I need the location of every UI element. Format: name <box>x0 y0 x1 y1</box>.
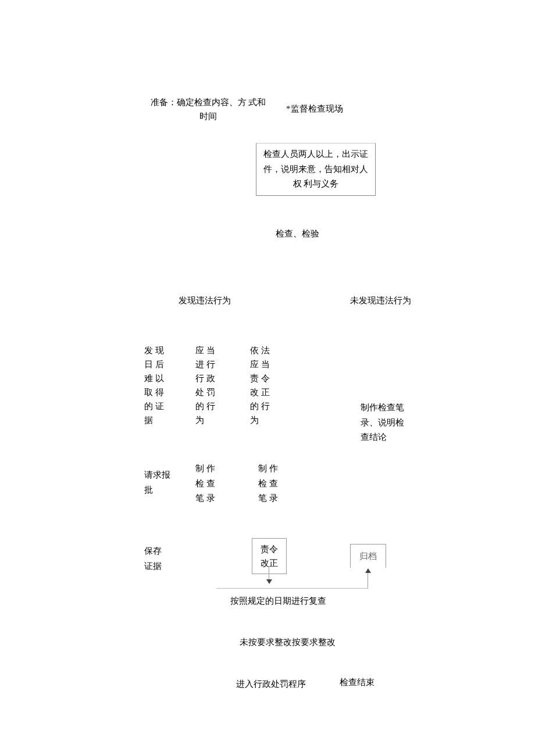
order-box: 责令 改正 <box>252 538 287 574</box>
right-note: 制作检查笔 录、说明检 查结论 <box>361 400 413 445</box>
branch-not-found: 未发现违法行为 <box>350 294 411 307</box>
col-1: 发现日后难以取得的证据 <box>144 343 166 427</box>
archive-box: 归档 <box>350 544 386 568</box>
flowchart-page: 准备：确定检查内容、方 式和时间 *监督检查现场 检查人员两人以上，出示证 件，… <box>0 0 535 756</box>
save-evidence: 保存 证据 <box>144 544 167 574</box>
arrow-down-order <box>269 567 269 583</box>
site-text: *监督检查现场 <box>286 102 343 116</box>
prep-text: 准备：确定检查内容、方 式和时间 <box>150 95 266 123</box>
col-3: 依法应当责令改正的行为 <box>250 343 272 427</box>
arrow-up-archive <box>368 569 368 589</box>
correction-text: 未按要求整改按要求整改 <box>240 636 336 649</box>
recheck-text: 按照规定的日期进行复查 <box>230 594 326 608</box>
penalty-text: 进入行政处罚程序 <box>236 678 306 691</box>
branch-found: 发现违法行为 <box>179 294 231 307</box>
check-step: 检查、检验 <box>276 227 319 241</box>
connector-line <box>216 588 368 589</box>
mid-1: 请求报 批 <box>144 468 177 497</box>
mid-3: 制作 检查 笔录 <box>258 461 291 506</box>
col-2: 应当进行行政处罚的行为 <box>195 343 217 427</box>
notice-box: 检查人员两人以上，出示证 件，说明来意，告知相对人权 利与义务 <box>256 143 376 196</box>
end-text: 检查结束 <box>340 676 374 689</box>
mid-2: 制作 检查 笔录 <box>195 461 228 506</box>
